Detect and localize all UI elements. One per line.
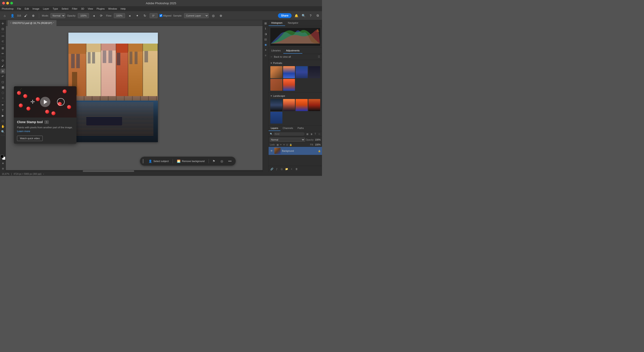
horizontal-scrollbar[interactable] [6, 170, 262, 172]
select-subject-button[interactable]: 👤 Select subject [146, 159, 171, 164]
menu-plugins[interactable]: Plugins [96, 7, 105, 10]
dodge-tool[interactable]: ○ [0, 95, 5, 100]
arrange-icon[interactable]: ⧉ [315, 13, 320, 18]
notification-icon[interactable]: 🔔 [294, 13, 299, 18]
clone-tool-icon[interactable]: ⊕ [30, 13, 36, 18]
shape-tool[interactable]: □ [0, 118, 5, 123]
heal-icon[interactable]: ⊛ [218, 13, 224, 18]
clone-stamp-active[interactable]: ⊕ [0, 69, 5, 73]
adjustments-tab[interactable]: Adjustments [283, 48, 302, 54]
context-flag-icon[interactable]: ⚑ [211, 158, 217, 164]
navigator-tab[interactable]: Navigator [285, 20, 301, 26]
history-brush-tool[interactable]: ↶ [0, 74, 5, 79]
flow-input[interactable] [114, 13, 125, 18]
info-icon[interactable]: ℹ [264, 26, 268, 31]
menu-window[interactable]: Window [108, 7, 117, 10]
document-tab[interactable]: ✕ DSCF0712.psd @ 16,7% (RGB/16*) * [8, 20, 56, 26]
eraser-tool[interactable]: ◻ [0, 79, 5, 84]
adjustments-icon[interactable]: ✦ [264, 48, 268, 52]
marquee-tool[interactable]: ▭ [0, 33, 5, 38]
layers-tab[interactable]: Layers [268, 126, 280, 131]
layers-mode-select[interactable]: Normal [270, 138, 305, 142]
color-icon[interactable]: ◑ [264, 32, 268, 36]
lasso-tool[interactable]: ⊂ [0, 39, 5, 43]
share-button[interactable]: Share [278, 13, 292, 18]
quick-mask-icon[interactable]: ⊗ [0, 161, 5, 166]
opacity-input[interactable] [78, 13, 89, 18]
menu-photoshop[interactable]: Photoshop [2, 7, 14, 10]
healing-brush-tool[interactable]: ⊙ [0, 58, 5, 63]
landscape-thumb-4[interactable] [308, 99, 320, 111]
link-layers-icon[interactable]: 🔗 [270, 167, 274, 171]
menu-edit[interactable]: Edit [24, 7, 29, 10]
mode-select[interactable]: Normal [50, 13, 65, 18]
landscape-thumb-2[interactable] [283, 99, 295, 111]
opacity-arrow-icon[interactable]: ◂ [91, 13, 96, 18]
help-icon[interactable]: ? [308, 13, 313, 18]
add-style-icon[interactable]: ƒ [275, 167, 279, 171]
screen-mode-icon[interactable]: ⊟ [0, 166, 5, 171]
airbrush-icon[interactable]: ✦ [134, 13, 140, 18]
angle-icon[interactable]: ↻ [142, 13, 148, 18]
libraries-icon[interactable]: ◉ [264, 42, 268, 47]
watch-video-button[interactable]: Watch quick video [17, 136, 43, 141]
layer-visibility-eye[interactable]: 👁 [270, 149, 273, 152]
lock-artboard-icon[interactable]: ⊡ [286, 143, 288, 146]
foreground-background-colors[interactable] [0, 155, 5, 160]
filter-shape-icon[interactable]: □ [318, 132, 321, 136]
menu-layer[interactable]: Layer [43, 7, 49, 10]
maximize-button[interactable] [10, 2, 13, 4]
delete-layer-icon[interactable]: 🗑 [294, 167, 298, 171]
histogram-tab[interactable]: Histogram [268, 20, 285, 26]
play-button[interactable] [40, 97, 50, 107]
channels-tab[interactable]: Channels [280, 126, 295, 131]
portrait-thumb-5[interactable] [270, 79, 282, 91]
tool-video-preview[interactable]: ✛ [14, 86, 76, 118]
hand-tool[interactable]: ✋ [0, 124, 5, 129]
new-group-icon[interactable]: 📁 [285, 167, 289, 171]
panel-menu-icon[interactable]: ☰ [318, 55, 320, 58]
lock-all-icon[interactable]: 🔒 [289, 143, 292, 146]
landscape-thumb-3[interactable] [296, 99, 308, 111]
learn-more-link[interactable]: Learn more [17, 130, 30, 132]
lock-pixels-icon[interactable]: ✏ [280, 143, 282, 146]
menu-3d[interactable]: 3D [81, 7, 84, 10]
menu-view[interactable]: View [88, 7, 93, 10]
back-to-all-label[interactable]: Back to view all [274, 55, 291, 58]
aligned-checkbox[interactable] [160, 14, 162, 17]
sample-select[interactable]: Current Layer [184, 13, 209, 18]
filter-smart-icon[interactable]: 🔒 [322, 132, 322, 136]
landscape-header[interactable]: ▼ Landscape [268, 94, 322, 98]
lock-transparent-icon[interactable]: ▦ [276, 143, 278, 146]
close-button[interactable] [2, 2, 5, 4]
add-mask-icon[interactable]: ◎ [280, 167, 284, 171]
move-tool[interactable]: ✛ [0, 21, 5, 26]
text-tool[interactable]: T [0, 108, 5, 113]
landscape-thumb-1[interactable] [270, 99, 282, 111]
crop-tool[interactable]: ⊞ [0, 45, 5, 50]
tab-close-icon[interactable]: ✕ [10, 22, 12, 24]
menu-help[interactable]: Help [120, 7, 126, 10]
remove-background-button[interactable]: 🌅 Remove background [175, 159, 207, 164]
menu-image[interactable]: Image [32, 7, 39, 10]
zoom-tool[interactable]: 🔍 [0, 129, 5, 134]
blur-tool[interactable]: ◌ [0, 90, 5, 95]
menu-file[interactable]: File [17, 7, 21, 10]
minimize-button[interactable] [6, 2, 9, 4]
gradient-tool[interactable]: ▦ [0, 85, 5, 90]
brush-tool-icon[interactable]: 🖌 [23, 13, 28, 18]
filter-adjust-icon[interactable]: ◑ [310, 132, 313, 136]
landscape-thumb-5[interactable] [270, 112, 282, 124]
brush-tool[interactable]: 🖌 [0, 63, 5, 68]
portrait-thumb-2[interactable] [283, 66, 295, 78]
status-arrow[interactable]: › [43, 173, 44, 175]
portraits-header[interactable]: ▼ Portraits [268, 61, 322, 65]
filter-pixel-icon[interactable]: ▦ [306, 132, 309, 136]
pen-tool[interactable]: ✒ [0, 102, 5, 107]
filter-text-icon[interactable]: T [314, 132, 317, 136]
user-icon[interactable]: 👤 [10, 13, 15, 18]
layers-search-input[interactable] [274, 132, 304, 136]
histogram-icon[interactable]: ▦ [264, 21, 268, 25]
portrait-thumb-3[interactable] [296, 66, 308, 78]
portrait-thumb-6[interactable] [283, 79, 295, 91]
